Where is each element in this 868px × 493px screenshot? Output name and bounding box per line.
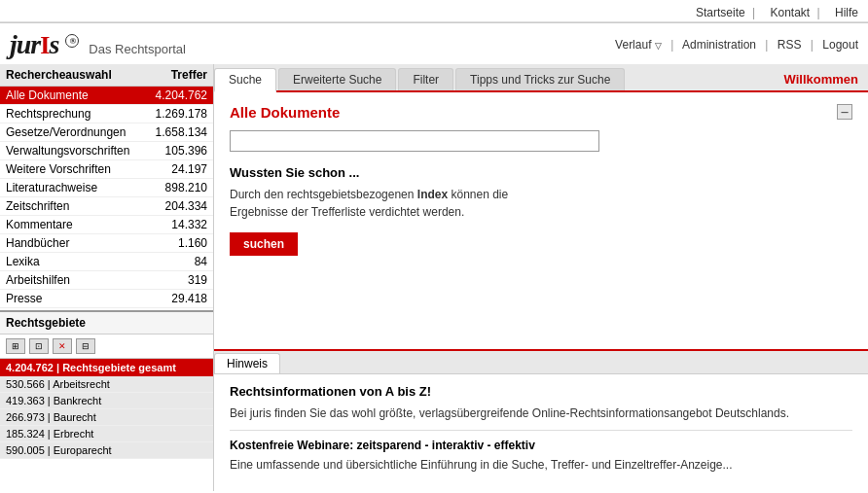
logo-subtitle: Das Rechtsportal [89, 42, 186, 56]
search-button[interactable]: suchen [230, 232, 298, 256]
hinweis-text1: Bei juris finden Sie das wohl größte, ve… [230, 405, 852, 422]
tab-erweiterte-suche[interactable]: Erweiterte Suche [278, 68, 396, 90]
doc-count: 1.658.134 [145, 123, 213, 142]
welcome-text: Willkommen [784, 72, 868, 90]
doc-row[interactable]: Presse29.418 [0, 290, 213, 308]
doc-count: 4.204.762 [145, 87, 213, 105]
doc-row[interactable]: Weitere Vorschriften24.197 [0, 160, 213, 179]
doc-label: Zeitschriften [0, 197, 145, 216]
hinweis-divider [230, 430, 852, 431]
rechtsgebiete-item[interactable]: 266.973 | Baurecht [0, 409, 213, 426]
doc-count: 898.210 [145, 179, 213, 197]
wussten-title: Wussten Sie schon ... [230, 165, 852, 180]
search-input[interactable] [230, 130, 599, 152]
administration-link[interactable]: Administration [682, 38, 756, 52]
kontakt-link[interactable]: Kontakt [770, 6, 810, 19]
doc-row[interactable]: Kommentare14.332 [0, 216, 213, 234]
doc-label: Lexika [0, 253, 145, 271]
doc-count: 1.160 [145, 234, 213, 253]
rechtsgebiete-item[interactable]: 419.363 | Bankrecht [0, 393, 213, 409]
doc-row[interactable]: Rechtsprechung1.269.178 [0, 105, 213, 123]
doc-row[interactable]: Verwaltungsvorschriften105.396 [0, 142, 213, 160]
sub-nav: Verlauf ▽ | Administration | RSS | Logou… [186, 38, 858, 52]
doc-count: 319 [145, 271, 213, 290]
doc-label: Alle Dokumente [0, 87, 145, 105]
rg-icon-2[interactable]: ⊡ [29, 338, 49, 354]
tab-suche[interactable]: Suche [214, 68, 276, 92]
search-title: Alle Dokumente [230, 104, 340, 121]
hinweis-title: Rechtsinformationen von A bis Z! [230, 384, 852, 399]
nav-sep: | [752, 6, 755, 19]
doc-count: 14.332 [145, 216, 213, 234]
wussten-text: Durch den rechtsgebietsbezogenen Index k… [230, 186, 852, 221]
logout-link[interactable]: Logout [822, 38, 858, 52]
doc-count: 29.418 [145, 290, 213, 308]
startseite-link[interactable]: Startseite [696, 6, 745, 19]
rss-link[interactable]: RSS [778, 38, 802, 52]
doc-count: 1.269.178 [145, 105, 213, 123]
nav-sep4: | [765, 38, 768, 52]
verlauf-arrow-icon: ▽ [655, 41, 662, 51]
rechtsgebiete-item[interactable]: 185.324 | Erbrecht [0, 426, 213, 442]
doc-label: Gesetze/Verordnungen [0, 123, 145, 142]
nav-sep5: | [811, 38, 814, 52]
doc-count: 84 [145, 253, 213, 271]
doc-count: 24.197 [145, 160, 213, 179]
registered-mark: ® [65, 34, 79, 48]
doc-label: Weitere Vorschriften [0, 160, 145, 179]
rechtsgebiete-header: Rechtsgebiete [0, 312, 213, 335]
doc-row[interactable]: Zeitschriften204.334 [0, 197, 213, 216]
hinweis-tab[interactable]: Hinweis [214, 353, 280, 373]
rechtsgebiete-total: 4.204.762 | Rechtsgebiete gesamt [0, 359, 213, 376]
minimize-button[interactable]: ─ [837, 104, 852, 120]
tab-filter[interactable]: Filter [398, 68, 453, 90]
nav-sep2: | [817, 6, 820, 19]
recherche-col-treffer: Treffer [145, 64, 213, 87]
rechtsgebiete-item[interactable]: 590.005 | Europarecht [0, 442, 213, 459]
hilfe-link[interactable]: Hilfe [835, 6, 858, 19]
verlauf-link[interactable]: Verlauf [615, 38, 651, 52]
doc-count: 105.396 [145, 142, 213, 160]
hinweis-subtitle: Kostenfreie Webinare: zeitsparend - inte… [230, 439, 852, 452]
doc-row[interactable]: Literaturachweise898.210 [0, 179, 213, 197]
doc-label: Presse [0, 290, 145, 308]
doc-label: Kommentare [0, 216, 145, 234]
doc-label: Literaturachweise [0, 179, 145, 197]
logo: jurIs ® [10, 29, 79, 60]
doc-row[interactable]: Gesetze/Verordnungen1.658.134 [0, 123, 213, 142]
doc-label: Verwaltungsvorschriften [0, 142, 145, 160]
nav-sep3: | [670, 38, 673, 52]
doc-count: 204.334 [145, 197, 213, 216]
rg-icon-1[interactable]: ⊞ [6, 338, 25, 354]
doc-row[interactable]: Arbeitshilfen319 [0, 271, 213, 290]
tab-tipps-und-tricks-zur-suche[interactable]: Tipps und Tricks zur Suche [455, 68, 625, 90]
doc-label: Rechtsprechung [0, 105, 145, 123]
doc-label: Arbeitshilfen [0, 271, 145, 290]
doc-row[interactable]: Alle Dokumente4.204.762 [0, 87, 213, 105]
doc-row[interactable]: Handbücher1.160 [0, 234, 213, 253]
rg-icon-3[interactable]: ✕ [53, 338, 72, 354]
doc-label: Handbücher [0, 234, 145, 253]
doc-row[interactable]: Lexika84 [0, 253, 213, 271]
recherche-col-label: Rechercheauswahl [0, 64, 145, 87]
rechtsgebiete-item[interactable]: 530.566 | Arbeitsrecht [0, 376, 213, 393]
hinweis-text2: Eine umfassende und übersichtliche Einfü… [230, 456, 852, 474]
rg-icon-4[interactable]: ⊟ [76, 338, 95, 354]
